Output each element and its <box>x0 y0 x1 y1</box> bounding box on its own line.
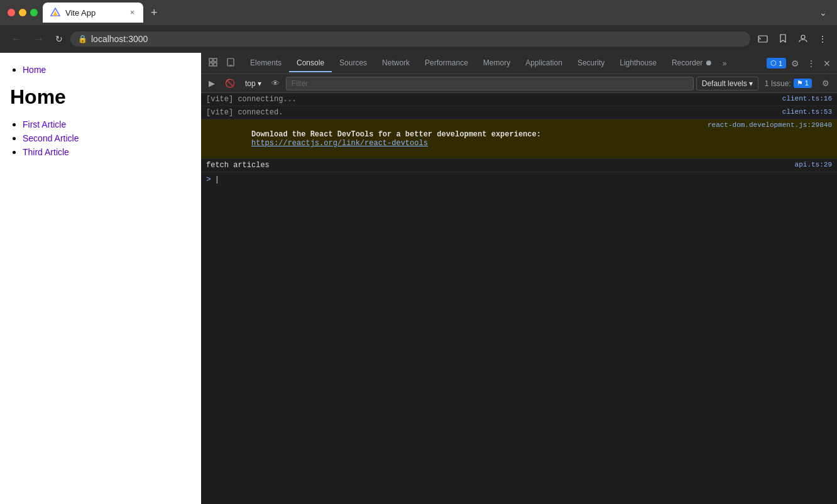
tab-network[interactable]: Network <box>375 55 417 72</box>
levels-label: Default levels <box>702 79 747 88</box>
console-source[interactable]: api.ts:29 <box>719 161 832 168</box>
tab-strip-right: ⌄ <box>817 5 829 20</box>
console-line-warn: Download the React DevTools for a better… <box>201 119 837 159</box>
tab-application[interactable]: Application <box>518 55 570 72</box>
url-text: localhost:3000 <box>91 34 743 44</box>
list-item: Third Article <box>23 146 191 158</box>
context-label: top <box>245 79 256 88</box>
active-tab[interactable]: Vite App × <box>43 3 143 23</box>
more-tabs-button[interactable]: » <box>720 55 730 72</box>
tab-elements[interactable]: Elements <box>243 55 289 72</box>
tab-sources[interactable]: Sources <box>332 55 375 72</box>
devtools-close-button[interactable]: ✕ <box>821 56 833 71</box>
devtools-toolbar: ▶ 🚫 top ▾ 👁 Default levels ▾ 1 Issue: ⚑ … <box>201 74 837 93</box>
traffic-lights <box>8 9 38 16</box>
svg-rect-8 <box>227 58 234 66</box>
devtools-topbar: Elements Console Sources Network Perform… <box>201 53 837 74</box>
address-bar[interactable]: 🔒 localhost:3000 <box>70 31 750 47</box>
console-line: [vite] connecting... client.ts:16 <box>201 93 837 106</box>
svg-point-3 <box>801 35 805 39</box>
nav-home-link[interactable]: Home <box>23 65 46 75</box>
webpage-heading: Home <box>10 85 191 109</box>
console-message: Download the React DevTools for a better… <box>206 121 708 156</box>
frames-badge: ⬡ 1 <box>767 58 786 68</box>
cast-icon-button[interactable] <box>755 31 770 48</box>
frames-icon: ⬡ <box>770 59 777 67</box>
bookmark-icon-button[interactable] <box>775 31 790 48</box>
tab-console[interactable]: Console <box>289 55 332 72</box>
issue-count-label: 1 Issue: <box>765 79 791 88</box>
tab-title: Vite App <box>65 8 124 18</box>
context-arrow: ▾ <box>258 79 261 88</box>
third-article-link[interactable]: Third Article <box>23 147 69 157</box>
maximize-traffic-light[interactable] <box>30 9 38 16</box>
devtools-icons-left <box>201 55 243 71</box>
console-line: fetch articles api.ts:29 <box>201 159 837 172</box>
minimize-traffic-light[interactable] <box>19 9 26 16</box>
console-message: [vite] connecting... <box>206 95 719 104</box>
profile-icon-button[interactable] <box>796 31 811 48</box>
first-article-link[interactable]: First Article <box>23 119 66 129</box>
webpage-nav: Home <box>10 64 191 75</box>
console-source[interactable]: client.ts:53 <box>719 108 832 116</box>
devtools-more-button[interactable]: ⋮ <box>804 56 818 71</box>
console-message: [vite] connected. <box>206 108 719 117</box>
console-cursor: | <box>215 175 219 184</box>
lock-icon: 🔒 <box>78 35 87 43</box>
tab-security[interactable]: Security <box>570 55 612 72</box>
webpage-content: Home Home First Article Second Article T… <box>0 53 201 504</box>
console-source[interactable]: client.ts:16 <box>719 95 832 102</box>
svg-rect-2 <box>758 36 767 42</box>
levels-selector[interactable]: Default levels ▾ <box>696 77 758 90</box>
title-bar: Vite App × + ⌄ <box>0 0 837 25</box>
new-tab-button[interactable]: + <box>146 4 163 22</box>
console-input-row: > | <box>201 172 837 187</box>
tab-favicon <box>50 8 60 18</box>
back-button[interactable]: ← <box>8 31 25 47</box>
levels-arrow: ▾ <box>749 79 753 88</box>
console-settings-button[interactable]: ⚙ <box>818 77 833 90</box>
tab-lighthouse[interactable]: Lighthouse <box>612 55 664 72</box>
nav-bar: ← → ↻ 🔒 localhost:3000 <box>0 25 837 53</box>
run-button[interactable]: ▶ <box>205 77 219 90</box>
svg-rect-7 <box>214 63 217 66</box>
inspect-element-button[interactable] <box>205 55 221 71</box>
console-prompt: > <box>206 175 211 184</box>
tab-memory[interactable]: Memory <box>476 55 518 72</box>
reload-button[interactable]: ↻ <box>53 31 65 47</box>
tab-recorder[interactable]: Recorder ⏺ <box>664 55 720 72</box>
issue-count-badge: ⚑ 1 <box>794 79 812 88</box>
more-options-button[interactable]: ⋮ <box>816 31 829 47</box>
tab-close-button[interactable]: × <box>129 8 136 17</box>
svg-rect-4 <box>209 58 212 62</box>
list-item: First Article <box>23 119 191 130</box>
tab-bar: Vite App × + <box>43 3 812 23</box>
tab-list-chevron[interactable]: ⌄ <box>817 5 829 20</box>
context-selector[interactable]: top ▾ <box>241 77 265 90</box>
devtools-settings-button[interactable]: ⚙ <box>789 56 802 71</box>
frames-count: 1 <box>779 60 782 67</box>
console-line: [vite] connected. client.ts:53 <box>201 106 837 119</box>
devtools-tabs: Elements Console Sources Network Perform… <box>243 55 763 72</box>
article-list: First Article Second Article Third Artic… <box>10 119 191 158</box>
console-source[interactable]: react-dom.development.js:29840 <box>708 121 832 129</box>
list-item: Second Article <box>23 133 191 144</box>
svg-rect-6 <box>209 63 212 66</box>
clear-console-button[interactable]: 🚫 <box>221 77 239 90</box>
forward-button[interactable]: → <box>30 31 48 47</box>
devtools-topbar-right: ⬡ 1 ⚙ ⋮ ✕ <box>763 56 837 71</box>
filter-input[interactable] <box>286 77 694 90</box>
nav-icons: ⋮ <box>755 31 829 48</box>
console-output: [vite] connecting... client.ts:16 [vite]… <box>201 93 837 504</box>
react-devtools-link[interactable]: https://reactjs.org/link/react-devtools <box>251 139 428 148</box>
second-article-link[interactable]: Second Article <box>23 133 79 143</box>
eye-button[interactable]: 👁 <box>268 77 283 90</box>
device-toolbar-button[interactable] <box>222 55 239 71</box>
console-message: fetch articles <box>206 161 719 170</box>
devtools-panel: Elements Console Sources Network Perform… <box>201 53 837 504</box>
main-layout: Home Home First Article Second Article T… <box>0 53 837 504</box>
tab-performance[interactable]: Performance <box>417 55 476 72</box>
issue-count: 1 Issue: ⚑ 1 <box>761 79 816 88</box>
close-traffic-light[interactable] <box>8 9 15 16</box>
svg-rect-5 <box>214 58 217 62</box>
